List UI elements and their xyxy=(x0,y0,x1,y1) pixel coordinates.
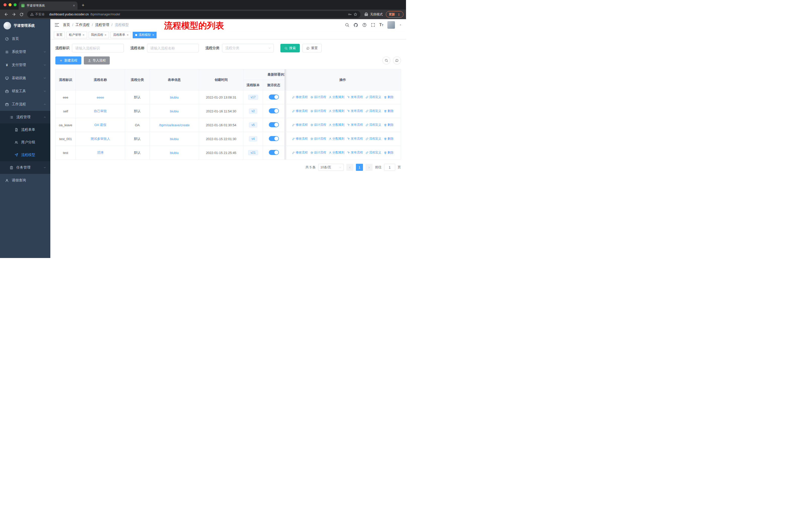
browser-tab[interactable]: 芋道管理系统 × xyxy=(19,1,78,9)
sidebar-item-dev-tools[interactable]: 研发工具 xyxy=(0,85,50,98)
tag-process-model-active[interactable]: 流程模型 × xyxy=(133,32,157,38)
publish-process-link[interactable]: 发布流程 xyxy=(347,137,363,141)
design-process-link[interactable]: 设计流程 xyxy=(310,151,326,155)
sidebar-item-process-form[interactable]: 流程表单 xyxy=(0,124,50,136)
sidebar-item-infrastructure[interactable]: 基础设施 xyxy=(0,72,50,85)
process-name-link[interactable]: OA 请假 xyxy=(94,123,107,127)
next-page-button[interactable]: › xyxy=(366,164,373,171)
sidebar-item-process-management[interactable]: 流程管理 xyxy=(0,111,50,124)
close-icon[interactable]: × xyxy=(152,33,154,36)
sidebar-item-payment[interactable]: ¥ 支付管理 xyxy=(0,58,50,72)
tag-home[interactable]: 首页 xyxy=(54,32,65,38)
reset-button[interactable]: 重置 xyxy=(302,44,322,52)
design-process-link[interactable]: 设计流程 xyxy=(310,123,326,127)
assign-rule-link[interactable]: 分配规则 xyxy=(329,109,345,113)
window-zoom-button[interactable] xyxy=(13,3,17,6)
sidebar-collapse-icon[interactable] xyxy=(54,22,59,27)
form-info-link[interactable]: /bpm/oa/leave/create xyxy=(159,123,190,127)
toggle-search-button[interactable] xyxy=(382,56,390,64)
assign-rule-link[interactable]: 分配规则 xyxy=(329,151,345,155)
modify-process-link[interactable]: 修改流程 xyxy=(292,123,308,127)
process-definition-link[interactable]: 流程定义 xyxy=(366,95,381,99)
modify-process-link[interactable]: 修改流程 xyxy=(292,109,308,113)
publish-process-link[interactable]: 发布流程 xyxy=(347,109,363,113)
delete-link[interactable]: 删除 xyxy=(384,137,394,141)
new-tab-button[interactable]: + xyxy=(80,2,87,9)
design-process-link[interactable]: 设计流程 xyxy=(310,109,326,113)
delete-link[interactable]: 删除 xyxy=(384,109,394,113)
window-close-button[interactable] xyxy=(3,3,6,6)
process-name-link[interactable]: eeee xyxy=(97,96,104,99)
tag-my-process[interactable]: 我的流程 × xyxy=(89,32,109,38)
tab-close-icon[interactable]: × xyxy=(73,3,75,7)
process-name-link[interactable]: 自己审批 xyxy=(94,109,107,113)
process-category-select[interactable]: 流程分类 xyxy=(222,44,274,52)
browser-menu-icon[interactable]: ⋮ xyxy=(398,12,401,17)
reload-button[interactable] xyxy=(18,10,25,18)
sidebar-item-user-group[interactable]: 用户分组 xyxy=(0,136,50,148)
delete-link[interactable]: 删除 xyxy=(384,95,394,99)
process-key-input[interactable] xyxy=(72,44,124,52)
sidebar-item-process-model[interactable]: 流程模型 xyxy=(0,148,50,161)
font-size-icon[interactable]: TT xyxy=(379,23,383,27)
fullscreen-icon[interactable] xyxy=(371,23,375,27)
breadcrumb-process-management[interactable]: 流程管理 xyxy=(95,23,109,27)
active-toggle[interactable] xyxy=(269,136,279,141)
publish-process-link[interactable]: 发布流程 xyxy=(347,95,363,99)
process-name-link[interactable]: 测试多审批人 xyxy=(91,137,110,141)
active-toggle[interactable] xyxy=(269,122,279,127)
refresh-table-button[interactable] xyxy=(393,56,401,64)
tag-process-form[interactable]: 流程表单 × xyxy=(111,32,131,38)
modify-process-link[interactable]: 修改流程 xyxy=(292,137,308,141)
forward-button[interactable] xyxy=(10,10,18,18)
process-definition-link[interactable]: 流程定义 xyxy=(366,123,381,127)
sidebar-item-workflow[interactable]: 工作流程 xyxy=(0,98,50,111)
close-icon[interactable]: × xyxy=(105,33,107,36)
search-button[interactable]: 搜索 xyxy=(281,44,300,52)
modify-process-link[interactable]: 修改流程 xyxy=(292,95,308,99)
window-minimize-button[interactable] xyxy=(8,3,11,6)
key-icon[interactable] xyxy=(348,12,352,17)
github-icon[interactable] xyxy=(353,23,358,27)
sidebar-item-task-management[interactable]: 任务管理 xyxy=(0,161,50,174)
bookmark-star-icon[interactable] xyxy=(353,12,357,17)
form-info-link[interactable]: biubiu xyxy=(170,137,179,141)
breadcrumb-home[interactable]: 首页 xyxy=(63,23,70,27)
process-definition-link[interactable]: 流程定义 xyxy=(366,109,381,113)
publish-process-link[interactable]: 发布流程 xyxy=(347,123,363,127)
import-process-button[interactable]: 导入流程 xyxy=(84,56,110,64)
active-toggle[interactable] xyxy=(269,150,279,155)
update-browser-button[interactable]: 更新 ⋮ xyxy=(386,11,404,18)
design-process-link[interactable]: 设计流程 xyxy=(310,137,326,141)
process-name-input[interactable] xyxy=(147,44,199,52)
sidebar-item-home[interactable]: 首页 xyxy=(0,32,50,45)
page-size-select[interactable]: 10条/页 xyxy=(318,164,344,171)
back-button[interactable] xyxy=(2,10,10,18)
assign-rule-link[interactable]: 分配规则 xyxy=(329,123,345,127)
delete-link[interactable]: 删除 xyxy=(384,123,394,127)
close-icon[interactable]: × xyxy=(126,33,128,36)
page-1-button[interactable]: 1 xyxy=(356,164,363,171)
delete-link[interactable]: 删除 xyxy=(384,151,394,155)
sidebar-item-leave-query[interactable]: 请假查询 xyxy=(0,174,50,187)
address-bar[interactable]: 不安全 dashboard.yudao.iocoder.cn/bpm/manag… xyxy=(27,11,360,18)
tag-tenant-management[interactable]: 租户管理 × xyxy=(66,32,87,38)
modify-process-link[interactable]: 修改流程 xyxy=(292,151,308,155)
process-name-link[interactable]: 滔博 xyxy=(97,151,104,155)
form-info-link[interactable]: biubiu xyxy=(170,96,179,99)
goto-page-input[interactable] xyxy=(384,164,395,171)
form-info-link[interactable]: biubiu xyxy=(170,109,179,113)
breadcrumb-workflow[interactable]: 工作流程 xyxy=(76,23,90,27)
user-avatar[interactable] xyxy=(387,21,395,29)
help-icon[interactable] xyxy=(362,23,367,27)
process-definition-link[interactable]: 流程定义 xyxy=(366,137,381,141)
form-info-link[interactable]: biubiu xyxy=(170,151,179,155)
assign-rule-link[interactable]: 分配规则 xyxy=(329,95,345,99)
design-process-link[interactable]: 设计流程 xyxy=(310,95,326,99)
sidebar-item-system[interactable]: 系统管理 xyxy=(0,45,50,58)
publish-process-link[interactable]: 发布流程 xyxy=(347,151,363,155)
active-toggle[interactable] xyxy=(269,94,279,100)
search-icon[interactable] xyxy=(345,23,349,27)
process-definition-link[interactable]: 流程定义 xyxy=(366,151,381,155)
assign-rule-link[interactable]: 分配规则 xyxy=(329,137,345,141)
